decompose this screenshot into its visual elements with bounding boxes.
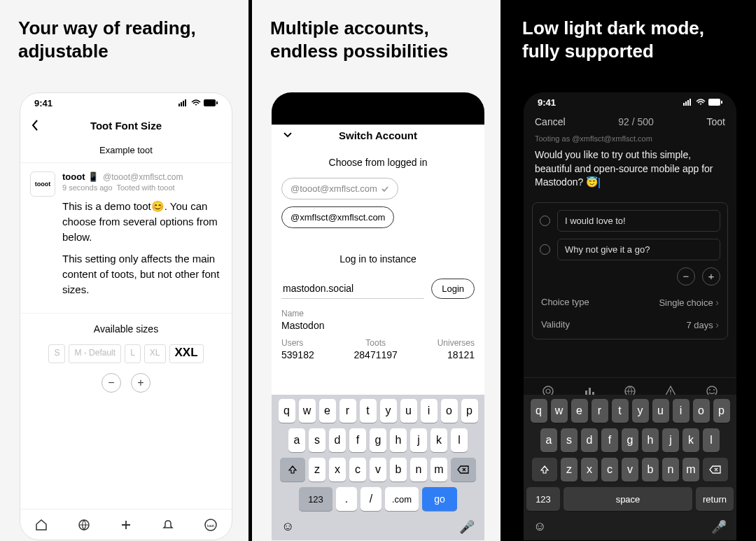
decrease-size-button[interactable]: − bbox=[102, 373, 121, 393]
poll-option-1-input[interactable]: I would love to! bbox=[557, 210, 720, 232]
instance-input[interactable] bbox=[281, 279, 424, 299]
poll-option-2-radio[interactable] bbox=[540, 244, 550, 255]
key-c[interactable]: c bbox=[601, 458, 618, 482]
key-t[interactable]: t bbox=[360, 399, 377, 423]
key-q[interactable]: q bbox=[279, 399, 295, 423]
tab-bell-icon[interactable] bbox=[161, 518, 175, 532]
key-j[interactable]: j bbox=[410, 428, 427, 452]
key-d[interactable]: d bbox=[581, 428, 598, 452]
key-x[interactable]: x bbox=[329, 458, 346, 482]
key-p[interactable]: p bbox=[461, 399, 478, 423]
compose-textarea[interactable]: Would you like to try out this simple, b… bbox=[524, 148, 736, 190]
key-g[interactable]: g bbox=[622, 428, 638, 452]
key-c[interactable]: c bbox=[349, 458, 366, 482]
key-p[interactable]: p bbox=[713, 399, 730, 423]
key-w[interactable]: w bbox=[299, 399, 316, 423]
mic-key[interactable]: 🎤 bbox=[459, 519, 475, 535]
key-d[interactable]: d bbox=[329, 428, 346, 452]
key-z[interactable]: z bbox=[561, 458, 578, 482]
shift-key[interactable] bbox=[532, 458, 557, 482]
tab-globe-icon[interactable] bbox=[77, 518, 91, 532]
login-button[interactable]: Login bbox=[431, 279, 475, 299]
status-bar-dark: 9:41 bbox=[524, 92, 736, 112]
key-k[interactable]: k bbox=[430, 428, 447, 452]
key-s[interactable]: s bbox=[309, 428, 326, 452]
key-v[interactable]: v bbox=[622, 458, 638, 482]
key-i[interactable]: i bbox=[421, 399, 438, 423]
key-o[interactable]: o bbox=[693, 399, 710, 423]
key-y[interactable]: y bbox=[632, 399, 649, 423]
key-h[interactable]: h bbox=[642, 428, 659, 452]
account-chip-2[interactable]: @xmflsct@xmflsct.com bbox=[281, 206, 394, 228]
key-a[interactable]: a bbox=[288, 428, 305, 452]
key-f[interactable]: f bbox=[349, 428, 366, 452]
key-r[interactable]: r bbox=[340, 399, 356, 423]
tab-profile-icon[interactable]: toot bbox=[204, 518, 218, 532]
available-sizes-label: Available sizes bbox=[30, 323, 222, 335]
numeric-key[interactable]: 123 bbox=[299, 487, 332, 511]
size-xl[interactable]: XL bbox=[144, 344, 166, 363]
com-key[interactable]: .com bbox=[385, 487, 419, 511]
size-s[interactable]: S bbox=[48, 344, 65, 363]
key-q[interactable]: q bbox=[531, 399, 547, 423]
key-s[interactable]: s bbox=[561, 428, 578, 452]
remove-option-button[interactable]: − bbox=[677, 267, 695, 286]
battery-icon bbox=[708, 99, 722, 106]
avatar: tooot bbox=[30, 171, 55, 197]
account-chip-1[interactable]: @tooot@xmflsct.com bbox=[281, 178, 398, 199]
key-k[interactable]: k bbox=[682, 428, 699, 452]
key-u[interactable]: u bbox=[652, 399, 669, 423]
key-m[interactable]: m bbox=[682, 458, 699, 482]
key-t[interactable]: t bbox=[612, 399, 629, 423]
return-key[interactable]: return bbox=[696, 487, 734, 511]
key-f[interactable]: f bbox=[601, 428, 618, 452]
key-j[interactable]: j bbox=[662, 428, 679, 452]
choice-type-row[interactable]: Choice type Single choice › bbox=[540, 291, 720, 314]
emoji-key[interactable]: ☺ bbox=[533, 519, 546, 535]
numeric-key[interactable]: 123 bbox=[526, 487, 560, 511]
key-v[interactable]: v bbox=[370, 458, 386, 482]
key-l[interactable]: l bbox=[451, 428, 468, 452]
backspace-key[interactable] bbox=[451, 458, 476, 482]
tab-home-icon[interactable] bbox=[34, 518, 48, 532]
key-n[interactable]: n bbox=[410, 458, 427, 482]
poll-option-1-radio[interactable] bbox=[540, 216, 550, 226]
key-l[interactable]: l bbox=[703, 428, 720, 452]
tab-compose-icon[interactable] bbox=[119, 518, 133, 532]
increase-size-button[interactable]: + bbox=[131, 373, 150, 393]
space-key[interactable]: space bbox=[564, 487, 692, 511]
poll-option-2-input[interactable]: Why not give it a go? bbox=[557, 239, 720, 260]
mic-key[interactable]: 🎤 bbox=[711, 519, 727, 535]
key-e[interactable]: e bbox=[319, 399, 336, 423]
key-o[interactable]: o bbox=[441, 399, 458, 423]
dot-key[interactable]: . bbox=[336, 487, 357, 511]
key-b[interactable]: b bbox=[390, 458, 407, 482]
validity-row[interactable]: Validity 7 days › bbox=[540, 314, 720, 336]
add-option-button[interactable]: + bbox=[702, 267, 720, 286]
key-i[interactable]: i bbox=[673, 399, 690, 423]
key-m[interactable]: m bbox=[430, 458, 447, 482]
key-e[interactable]: e bbox=[571, 399, 588, 423]
key-r[interactable]: r bbox=[592, 399, 608, 423]
size-m[interactable]: M - Default bbox=[69, 344, 121, 363]
shift-key[interactable] bbox=[280, 458, 305, 482]
key-y[interactable]: y bbox=[380, 399, 397, 423]
key-u[interactable]: u bbox=[400, 399, 417, 423]
key-g[interactable]: g bbox=[370, 428, 386, 452]
cancel-button[interactable]: Cancel bbox=[535, 116, 566, 127]
go-key[interactable]: go bbox=[422, 487, 457, 511]
backspace-key[interactable] bbox=[703, 458, 728, 482]
key-h[interactable]: h bbox=[390, 428, 407, 452]
name-label: Name bbox=[281, 309, 475, 318]
key-x[interactable]: x bbox=[581, 458, 598, 482]
key-b[interactable]: b bbox=[642, 458, 659, 482]
emoji-key[interactable]: ☺ bbox=[281, 519, 294, 535]
size-l[interactable]: L bbox=[125, 344, 141, 363]
key-a[interactable]: a bbox=[540, 428, 557, 452]
slash-key[interactable]: / bbox=[360, 487, 382, 511]
key-w[interactable]: w bbox=[551, 399, 568, 423]
size-xxl[interactable]: XXL bbox=[169, 344, 204, 363]
key-n[interactable]: n bbox=[662, 458, 679, 482]
key-z[interactable]: z bbox=[309, 458, 326, 482]
toot-button[interactable]: Toot bbox=[707, 116, 725, 127]
